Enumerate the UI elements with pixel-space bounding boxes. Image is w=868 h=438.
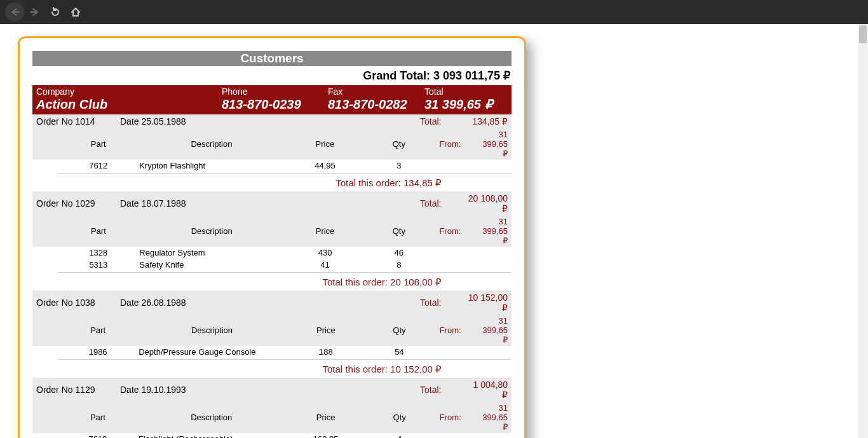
item-qty: 54	[363, 346, 436, 358]
item-part: 5313	[61, 259, 135, 271]
divider	[58, 173, 512, 174]
divider	[58, 272, 512, 273]
browser-toolbar	[0, 0, 868, 24]
fax-label: Fax	[324, 85, 421, 97]
part-col-header: Part	[61, 216, 135, 247]
item-price: 188	[289, 346, 363, 358]
order-header: Order No 1014 Date 25.05.1988 Total: 134…	[32, 114, 512, 128]
order-no: Order No 1038	[32, 291, 116, 315]
item-qty: 3	[362, 160, 435, 172]
qty-col-header: Qty	[363, 315, 436, 346]
item-row: 5313 Safety Knife 41 8	[32, 259, 512, 271]
order-from-label: From:	[436, 216, 479, 247]
item-qty: 4	[363, 433, 435, 438]
order-header: Order No 1029 Date 18.07.1988 Total: 20 …	[32, 191, 512, 216]
part-col-header: Part	[61, 315, 135, 346]
qty-col-header: Qty	[363, 402, 435, 433]
forward-button[interactable]	[25, 3, 44, 22]
part-col-header: Part	[61, 402, 135, 433]
desc-col-header: Description	[135, 216, 288, 247]
report-title: Customers	[32, 51, 512, 66]
order-total-line: Total this order: 134,85 ₽	[32, 175, 512, 191]
order-total-line: Total this order: 20 108,00 ₽	[32, 274, 512, 291]
qty-col-header: Qty	[362, 128, 435, 160]
home-icon	[71, 7, 81, 17]
order-from-value: 31 399,65 ₽	[478, 315, 512, 346]
order-no: Order No 1029	[32, 191, 116, 216]
order-date: Date 18.07.1988	[116, 191, 416, 216]
order-total-label: Total:	[416, 291, 462, 315]
order-from-label: From:	[436, 128, 479, 160]
reload-button[interactable]	[46, 3, 65, 22]
fax-value: 813-870-0282	[324, 97, 421, 114]
desc-col-header: Description	[135, 315, 289, 346]
desc-col-header: Description	[135, 128, 288, 160]
order-total-label: Total:	[416, 191, 462, 216]
item-price: 169,95	[288, 433, 363, 438]
item-row: 7619 Flashlight (Rechargeable) 169,95 4	[32, 433, 512, 438]
price-col-header: Price	[289, 315, 363, 346]
order-from-label: From:	[436, 315, 479, 346]
item-price: 41	[288, 259, 362, 271]
reload-icon	[50, 7, 60, 17]
divider	[58, 359, 512, 360]
order-total-value: 1 004,80 ₽	[462, 378, 512, 402]
order-from-value: 31 399,65 ₽	[478, 216, 512, 247]
total-label: Total	[421, 85, 512, 97]
item-part: 7619	[61, 433, 135, 438]
price-col-header: Price	[288, 216, 362, 247]
order-date: Date 26.08.1988	[116, 291, 416, 315]
item-row: 1328 Regulator System 430 46	[32, 247, 512, 259]
order-total-value: 10 152,00 ₽	[462, 291, 512, 315]
item-desc: Depth/Pressure Gauge Console	[135, 346, 289, 358]
phone-value: 813-870-0239	[218, 97, 324, 114]
item-row: 1986 Depth/Pressure Gauge Console 188 54	[32, 346, 512, 358]
phone-label: Phone	[218, 85, 324, 97]
grand-total: Grand Total: 3 093 011,75 ₽	[32, 66, 512, 85]
item-price: 44,95	[288, 160, 362, 172]
order-from-label: From:	[436, 402, 478, 433]
qty-col-header: Qty	[362, 216, 435, 247]
part-table: Part Description Price Qty From: 31 399,…	[32, 128, 512, 172]
part-table: Part Description Price Qty From: 31 399,…	[32, 315, 512, 358]
item-qty: 46	[362, 247, 435, 259]
customer-total-value: 31 399,65 ₽	[421, 97, 512, 114]
arrow-right-icon	[30, 7, 40, 17]
item-part: 1328	[61, 247, 135, 259]
home-button[interactable]	[66, 3, 85, 22]
item-desc: Regulator System	[135, 247, 288, 259]
customer-header: Company Phone Fax Total Action Club 813-…	[32, 85, 512, 114]
order-date: Date 19.10.1993	[116, 378, 416, 402]
part-col-header: Part	[61, 128, 135, 160]
desc-col-header: Description	[135, 402, 288, 433]
price-col-header: Price	[288, 402, 363, 433]
order-from-value: 31 399,65 ₽	[478, 128, 512, 160]
company-label: Company	[32, 85, 218, 97]
order-total-label: Total:	[416, 114, 462, 128]
company-value: Action Club	[32, 97, 218, 114]
grand-total-label: Grand Total:	[363, 69, 433, 82]
part-table: Part Description Price Qty From: 31 399,…	[32, 216, 512, 271]
order-no: Order No 1014	[32, 114, 116, 128]
item-part: 7612	[61, 160, 135, 172]
item-row: 7612 Krypton Flashlight 44,95 3	[32, 160, 512, 172]
page-viewport[interactable]: Customers Grand Total: 3 093 011,75 ₽ Co…	[0, 24, 868, 438]
vertical-scrollbar[interactable]	[858, 24, 868, 438]
order-date: Date 25.05.1988	[116, 114, 416, 128]
order-total-line: Total this order: 10 152,00 ₽	[32, 361, 512, 378]
item-price: 430	[288, 247, 362, 259]
grand-total-value: 3 093 011,75 ₽	[433, 69, 510, 82]
item-qty: 8	[362, 259, 435, 271]
order-total-value: 134,85 ₽	[462, 114, 512, 128]
order-total-value: 20 108,00 ₽	[462, 191, 512, 216]
order-header: Order No 1129 Date 19.10.1993 Total: 1 0…	[32, 378, 512, 402]
arrow-left-icon	[10, 7, 20, 17]
order-total-label: Total:	[416, 378, 462, 402]
report-sheet: Customers Grand Total: 3 093 011,75 ₽ Co…	[18, 36, 526, 438]
order-from-value: 31 399,65 ₽	[478, 402, 512, 433]
scroll-thumb[interactable]	[859, 25, 867, 43]
order-no: Order No 1129	[32, 378, 116, 402]
part-table: Part Description Price Qty From: 31 399,…	[32, 402, 512, 438]
item-desc: Flashlight (Rechargeable)	[135, 433, 288, 438]
back-button[interactable]	[5, 3, 24, 22]
